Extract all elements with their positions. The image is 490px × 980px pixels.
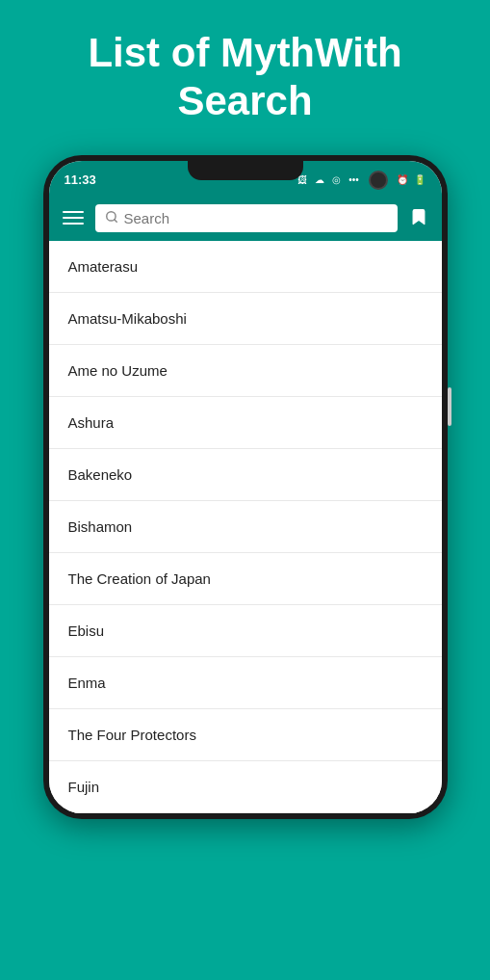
- search-input[interactable]: [124, 210, 388, 226]
- list-item-label: Amatsu-Mikaboshi: [68, 310, 187, 327]
- list-item-label: Enma: [68, 675, 106, 691]
- phone-frame: 11:33 🖼 ☁ ◎ ••• ⏰ 🔋: [43, 155, 448, 819]
- hamburger-line-3: [63, 223, 84, 225]
- list-item-label: Ashura: [68, 414, 115, 431]
- hamburger-line-2: [63, 217, 84, 219]
- more-status-icon: •••: [348, 173, 361, 187]
- list-item[interactable]: Bishamon: [49, 501, 442, 553]
- list-item-label: The Creation of Japan: [68, 570, 211, 587]
- phone-notch: [188, 161, 303, 180]
- list-item[interactable]: Fujin: [49, 761, 442, 813]
- title-line1: List of MythWith: [88, 30, 401, 75]
- myth-list: AmaterasuAmatsu-MikaboshiAme no UzumeAsh…: [49, 241, 442, 813]
- status-time: 11:33: [64, 172, 96, 187]
- search-bar[interactable]: [95, 204, 398, 232]
- cloud-status-icon: ☁: [313, 173, 326, 187]
- list-item[interactable]: Amatsu-Mikaboshi: [49, 293, 442, 345]
- menu-button[interactable]: [59, 207, 88, 228]
- list-item[interactable]: The Four Protectors: [49, 709, 442, 761]
- page-title: List of MythWith Search: [49, 0, 440, 155]
- list-item-label: Ebisu: [68, 622, 105, 639]
- status-icons: 🖼 ☁ ◎ ••• ⏰ 🔋: [296, 171, 426, 190]
- list-item[interactable]: The Creation of Japan: [49, 553, 442, 605]
- scroll-indicator: [448, 387, 451, 426]
- bookmark-button[interactable]: [405, 203, 432, 233]
- list-item[interactable]: Ame no Uzume: [49, 345, 442, 397]
- list-item-label: Amaterasu: [68, 258, 139, 275]
- title-line2: Search: [177, 78, 312, 123]
- list-item-label: The Four Protectors: [68, 727, 196, 743]
- phone-screen: 11:33 🖼 ☁ ◎ ••• ⏰ 🔋: [49, 161, 442, 813]
- battery-icon: 🔋: [413, 173, 426, 187]
- list-item[interactable]: Ashura: [49, 397, 442, 449]
- list-item[interactable]: Enma: [49, 657, 442, 709]
- list-item-label: Bishamon: [68, 518, 133, 535]
- search-icon: [105, 210, 118, 226]
- list-item-label: Ame no Uzume: [68, 362, 168, 379]
- location-status-icon: ◎: [330, 173, 344, 187]
- list-item[interactable]: Amaterasu: [49, 241, 442, 293]
- alarm-icon: ⏰: [396, 173, 409, 187]
- list-item-label: Fujin: [68, 779, 100, 795]
- svg-line-1: [114, 219, 116, 222]
- list-item[interactable]: Bakeneko: [49, 449, 442, 501]
- list-item[interactable]: Ebisu: [49, 605, 442, 657]
- camera: [369, 171, 388, 190]
- app-toolbar: [49, 196, 442, 241]
- hamburger-line-1: [63, 211, 84, 213]
- list-item-label: Bakeneko: [68, 466, 133, 483]
